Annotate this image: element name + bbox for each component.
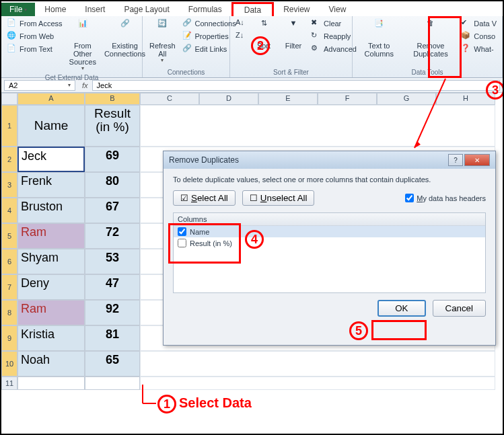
cell-name[interactable]: Shyam	[17, 249, 85, 274]
tab-pagelayout[interactable]: Page Layout	[114, 3, 178, 16]
select-all-icon: ☑	[180, 193, 188, 203]
empty-cells[interactable]	[140, 351, 495, 377]
ok-button[interactable]: OK	[377, 300, 425, 317]
tab-view[interactable]: View	[320, 3, 356, 16]
props-icon: 📝	[182, 31, 193, 42]
cell-name[interactable]: Ram	[17, 223, 85, 249]
advanced-button[interactable]: ⚙Advanced	[310, 43, 358, 55]
annotation-select-data: Select Data	[179, 395, 252, 411]
file-tab[interactable]: File▾	[1, 3, 35, 16]
from-access-button[interactable]: 📄From Access	[5, 17, 64, 30]
text-to-columns-button[interactable]: 📑Text to Columns	[357, 17, 402, 59]
table-header-result[interactable]: Result (in %)	[85, 105, 140, 147]
row-header[interactable]: 9	[1, 325, 17, 351]
cancel-button[interactable]: Cancel	[433, 300, 487, 317]
tab-formulas[interactable]: Formulas	[179, 3, 231, 16]
row-header[interactable]: 7	[1, 274, 17, 300]
row-header[interactable]: 3	[1, 172, 17, 198]
cell-result[interactable]: 72	[85, 223, 140, 249]
headers-checkbox[interactable]	[405, 194, 414, 202]
col-header-G[interactable]: G	[377, 93, 436, 105]
cell-result[interactable]: 53	[85, 249, 140, 274]
row-header-11[interactable]: 11	[1, 377, 17, 390]
select-all-button[interactable]: ☑Select All	[173, 190, 236, 206]
row-header[interactable]: 8	[1, 300, 17, 325]
cell-empty[interactable]	[85, 377, 140, 390]
refresh-all-button[interactable]: 🔄Refresh All▾	[147, 17, 178, 65]
edit-links-icon: 🔗	[182, 44, 193, 54]
sort-asc-button[interactable]: A↓	[234, 17, 248, 30]
from-text-button[interactable]: 📄From Text	[5, 43, 64, 55]
annotation-5: 5	[349, 321, 368, 340]
unselect-all-button[interactable]: ☐Unselect All	[242, 190, 315, 206]
row-header-1[interactable]: 1	[1, 105, 17, 147]
dialog-help-button[interactable]: ?	[448, 154, 463, 166]
conn-icon: 🔗	[182, 18, 193, 29]
reapply-button[interactable]: ↻Reapply	[310, 30, 358, 42]
row-header[interactable]: 10	[1, 351, 17, 377]
text-to-cols-icon: 📑	[368, 19, 390, 40]
cell-result[interactable]: 81	[85, 325, 140, 351]
select-all-corner[interactable]	[1, 93, 17, 105]
col-header-C[interactable]: C	[140, 93, 199, 105]
cell-name[interactable]: Bruston	[17, 198, 85, 223]
cell-name[interactable]: Jeck	[17, 147, 85, 172]
col-header-D[interactable]: D	[199, 93, 258, 105]
consolidate-button[interactable]: 📦Conso	[460, 30, 498, 42]
row-header[interactable]: 4	[1, 198, 17, 223]
table-row: 10Noah65	[1, 351, 503, 377]
chevron-down-icon: ▾	[68, 82, 71, 88]
row-header[interactable]: 2	[1, 147, 17, 172]
tab-home[interactable]: Home	[35, 3, 75, 16]
filter-button[interactable]: ▼Filter	[280, 17, 307, 51]
cell-empty[interactable]	[17, 377, 85, 390]
col-header-E[interactable]: E	[258, 93, 318, 105]
edit-links-button[interactable]: 🔗Edit Links	[181, 43, 238, 55]
formula-input[interactable]: Jeck	[92, 80, 500, 91]
col-header-F[interactable]: F	[318, 93, 377, 105]
sources-icon: 📊	[72, 19, 94, 40]
empty-cells[interactable]	[140, 377, 495, 390]
datav-icon: ✔	[461, 18, 472, 29]
cell-name[interactable]: Kristia	[17, 325, 85, 351]
tab-insert[interactable]: Insert	[75, 3, 114, 16]
cell-result[interactable]: 69	[85, 147, 140, 172]
cell-name[interactable]: Frenk	[17, 172, 85, 198]
cell-name[interactable]: Deny	[17, 274, 85, 300]
from-other-sources-button[interactable]: 📊From Other Sources▾	[67, 17, 99, 73]
annotation-box-ok	[371, 320, 427, 340]
connections-button[interactable]: 🔗Connections	[181, 17, 238, 30]
tab-data[interactable]: Data	[231, 2, 274, 16]
col-header-A[interactable]: A	[17, 93, 85, 105]
cell-name[interactable]: Ram	[17, 300, 85, 325]
annotation-4: 4	[245, 230, 264, 249]
from-web-button[interactable]: 🌐From Web	[5, 30, 64, 42]
cell-result[interactable]: 80	[85, 172, 140, 198]
col-header-B[interactable]: B	[85, 93, 140, 105]
table-header-name[interactable]: Name	[17, 105, 85, 147]
annotation-box-columns	[168, 223, 241, 264]
what-if-button[interactable]: ❓What-	[460, 43, 498, 55]
group-label-connections: Connections	[147, 68, 225, 77]
dialog-titlebar[interactable]: Remove Duplicates ? ✕	[164, 151, 495, 169]
cell-result[interactable]: 67	[85, 198, 140, 223]
cell-result[interactable]: 65	[85, 351, 140, 377]
cell-result[interactable]: 92	[85, 300, 140, 325]
row-header[interactable]: 6	[1, 249, 17, 274]
row-header[interactable]: 5	[1, 223, 17, 249]
dialog-title: Remove Duplicates	[169, 155, 239, 165]
empty-cells[interactable]	[140, 105, 495, 147]
data-validation-button[interactable]: ✔Data V	[460, 17, 498, 30]
existing-connections-button[interactable]: 🔗Existing Connections	[102, 17, 148, 59]
sort-asc-icon: A↓	[236, 18, 246, 29]
cell-name[interactable]: Noah	[17, 351, 85, 377]
group-get-external-data: 📄From Access 🌐From Web 📄From Text 📊From …	[1, 16, 143, 77]
chevron-down-icon: ▾	[24, 7, 27, 13]
headers-checkbox-label[interactable]: My data has headers	[405, 194, 486, 202]
cell-result[interactable]: 47	[85, 274, 140, 300]
properties-button[interactable]: 📝Properties	[181, 30, 238, 42]
dialog-close-button[interactable]: ✕	[464, 154, 490, 166]
clear-button[interactable]: ✖Clear	[310, 17, 358, 30]
sort-desc-button[interactable]: Z↓	[234, 30, 248, 42]
tab-review[interactable]: Review	[274, 3, 319, 16]
